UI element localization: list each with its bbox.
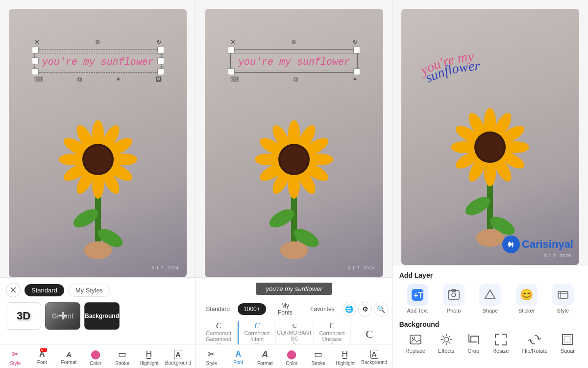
p2-toolbar-font[interactable]: A Font bbox=[227, 350, 249, 365]
panel2-toolbar: ✂ Style A Font A Format ⬤ Color ▭ Stro bbox=[196, 344, 392, 368]
filter-icon-btn[interactable]: ⚙ bbox=[358, 302, 372, 316]
sticker-button[interactable]: 😊 Sticker bbox=[516, 284, 538, 314]
svg-rect-18 bbox=[84, 245, 112, 255]
favorites-filter[interactable]: Favorites bbox=[304, 303, 340, 315]
font-preview-more: C bbox=[366, 328, 373, 341]
font-name-uc: CormorantUnicase bbox=[319, 330, 344, 342]
flip-rotate-button[interactable]: Flip/Rotate bbox=[522, 333, 548, 354]
toolbar-highlight[interactable]: H̲ Highlight bbox=[138, 349, 160, 366]
font-card-more[interactable]: C bbox=[351, 321, 388, 344]
font-card-cormorant-sc[interactable]: C CORMORANTSC 5 bbox=[276, 321, 313, 344]
replace-button[interactable]: Replace bbox=[406, 333, 425, 354]
panel2-bottom: you're my sunflower Standard 1000+ My Fo… bbox=[196, 277, 392, 368]
svg-point-51 bbox=[484, 159, 496, 186]
globe-icon-btn[interactable]: 🌐 bbox=[343, 302, 356, 316]
standard-tab[interactable]: Standard bbox=[24, 284, 64, 296]
text-preview-row: you're my sunflower bbox=[196, 278, 392, 297]
panel2-date: 3.1.7. 2024 bbox=[348, 265, 375, 270]
style-layer-button[interactable]: Style bbox=[552, 284, 574, 314]
style-card-gradient[interactable]: ✛ Gr ent bbox=[45, 302, 80, 330]
style-cards-row: 3D ✛ Gr ent Background bbox=[0, 300, 196, 332]
search-icon-btn[interactable]: 🔍 bbox=[374, 302, 388, 316]
p2-font-icon: A bbox=[235, 350, 241, 359]
p2-refresh-icon[interactable]: ↻ bbox=[352, 38, 358, 46]
font-name-ci: CormorantInfant bbox=[245, 330, 270, 342]
add-layer-title: Add Layer bbox=[399, 271, 581, 279]
style-card-3d[interactable]: 3D bbox=[6, 302, 41, 330]
p2-style-icon: ✂ bbox=[208, 349, 215, 360]
square-button[interactable]: Squar bbox=[561, 333, 575, 354]
toolbar-color[interactable]: ⬤ Color bbox=[85, 349, 106, 366]
p2-toolbar-stroke[interactable]: ▭ Stroke bbox=[308, 349, 329, 366]
svg-point-48 bbox=[502, 141, 529, 153]
p2-toolbar-style[interactable]: ✂ Style bbox=[201, 349, 222, 366]
font-badge: NC bbox=[40, 348, 47, 352]
no-style-button[interactable] bbox=[6, 283, 21, 297]
svg-rect-39 bbox=[280, 245, 308, 255]
standard-filter[interactable]: Standard bbox=[200, 303, 236, 315]
font-grid: C CormorantGaramond 10 C CormorantInfant… bbox=[196, 321, 392, 344]
style-card-background[interactable]: Background bbox=[84, 302, 120, 330]
format-icon: A bbox=[66, 350, 72, 359]
style-3d-label: 3D bbox=[17, 310, 30, 322]
handle-tl bbox=[32, 47, 39, 53]
refresh-icon[interactable]: ↻ bbox=[156, 38, 162, 46]
crop-button[interactable]: Crop bbox=[467, 333, 480, 354]
square-icon bbox=[561, 333, 574, 346]
p2-style2-icon[interactable]: ✦ bbox=[352, 76, 358, 83]
photo-button[interactable]: Photo bbox=[443, 284, 465, 314]
effects-label: Effects bbox=[438, 348, 454, 354]
add-text-button[interactable]: +T Add Text bbox=[407, 284, 428, 314]
keyboard-icon[interactable]: ⌨ bbox=[34, 76, 44, 83]
font-card-cormorant-infant[interactable]: C CormorantInfant 10 bbox=[238, 321, 276, 344]
effects-icon bbox=[440, 333, 453, 346]
toolbar-background[interactable]: A Background bbox=[165, 350, 191, 366]
svg-point-16 bbox=[84, 146, 112, 173]
photo-label: Photo bbox=[447, 308, 461, 314]
p2-close-icon[interactable]: ✕ bbox=[230, 38, 236, 46]
svg-point-24 bbox=[288, 120, 300, 148]
panel1-style-row: Standard My Styles bbox=[0, 278, 196, 300]
svg-rect-85 bbox=[563, 335, 572, 344]
toolbar-style[interactable]: ✂ Style bbox=[4, 349, 26, 366]
p2-move-icon[interactable]: ⊕ bbox=[291, 38, 296, 46]
p2-copy-icon[interactable]: ⧉ bbox=[294, 76, 298, 83]
p2-toolbar-highlight[interactable]: H̲ Highlight bbox=[334, 349, 356, 366]
style-icon[interactable]: ✦ bbox=[116, 76, 121, 83]
resize-button[interactable]: Resize bbox=[492, 333, 509, 354]
font-card-cormorant-garamond[interactable]: C CormorantGaramond 10 bbox=[200, 321, 237, 344]
p2-toolbar-background[interactable]: A Background bbox=[361, 350, 387, 365]
image-icon[interactable]: 🖼 bbox=[155, 76, 162, 83]
p2-format-icon: A bbox=[262, 349, 268, 360]
p2-bg-icon: A bbox=[370, 350, 378, 359]
p2-sel-toolbar: ✕ ⊕ ↻ bbox=[230, 38, 358, 46]
svg-marker-68 bbox=[485, 290, 495, 298]
effects-button[interactable]: Effects bbox=[438, 333, 454, 354]
sticker-label: Sticker bbox=[518, 308, 535, 314]
svg-point-58 bbox=[476, 133, 504, 161]
panel3-bg: you're my sunflower bbox=[401, 9, 579, 265]
my-styles-tab[interactable]: My Styles bbox=[68, 284, 110, 297]
p2-keyboard-icon[interactable]: ⌨ bbox=[230, 76, 240, 83]
copy-icon[interactable]: ⧉ bbox=[77, 76, 82, 83]
panel-layer: you're my sunflower bbox=[392, 0, 588, 368]
style-layer-label: Style bbox=[557, 308, 569, 314]
toolbar-font[interactable]: A NC Font bbox=[31, 350, 53, 365]
1000plus-filter[interactable]: 1000+ bbox=[238, 303, 266, 315]
photo-icon-box bbox=[443, 284, 465, 306]
shape-icon-box bbox=[479, 284, 501, 306]
shape-button[interactable]: Shape bbox=[479, 284, 501, 314]
toolbar-stroke[interactable]: ▭ Stroke bbox=[112, 349, 133, 366]
panel3-date: 3.1.7. 2025 bbox=[544, 253, 571, 258]
move-icon[interactable]: ⊕ bbox=[95, 38, 100, 46]
resize-icon bbox=[494, 333, 507, 346]
myfonts-filter[interactable]: My Fonts bbox=[268, 300, 302, 318]
font-card-cormorant-unicase[interactable]: C CormorantUnicase 3 bbox=[314, 321, 351, 344]
sticker-icon-box: 😊 bbox=[516, 284, 538, 306]
toolbar-format[interactable]: A Format bbox=[58, 350, 79, 365]
p2-toolbar-format[interactable]: A Format bbox=[254, 349, 276, 366]
close-icon[interactable]: ✕ bbox=[34, 38, 40, 46]
svg-point-27 bbox=[306, 154, 333, 165]
selection-toolbar: ✕ ⊕ ↻ bbox=[34, 38, 162, 46]
p2-toolbar-color[interactable]: ⬤ Color bbox=[281, 349, 302, 366]
